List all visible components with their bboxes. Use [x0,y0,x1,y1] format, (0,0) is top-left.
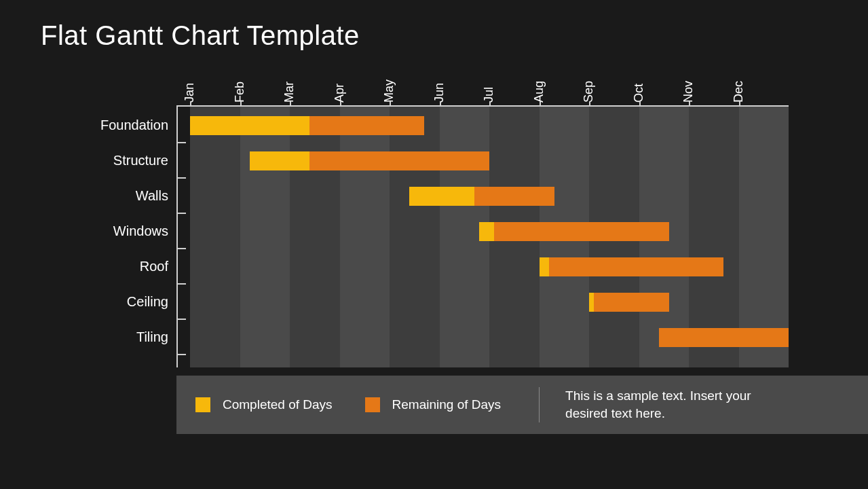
gantt-bar-completed [409,187,474,206]
gantt-bar [190,116,424,135]
gantt-chart: JanFebMarAprMayJunJulAugSepOctNovDec Fou… [95,58,808,434]
swatch-completed [195,397,210,412]
gantt-bar [250,151,489,170]
task-label: Tiling [136,329,168,345]
legend-divider [539,387,540,422]
task-label: Walls [136,188,168,204]
legend-label-completed: Completed of Days [223,397,333,412]
task-label: Ceiling [127,294,168,310]
axis-tick [540,101,541,107]
month-label: Feb [233,82,247,103]
gantt-bar-completed [540,257,550,276]
axis-tick [589,101,590,107]
axis-tick [190,101,191,107]
month-column [340,107,390,367]
month-label: Aug [532,81,546,103]
swatch-remaining [365,397,380,412]
gantt-bar-completed [589,293,594,312]
gantt-bar [409,187,554,206]
y-axis-rail [176,107,190,367]
row-tick [178,142,186,143]
legend-note: This is a sample text. Insert your desir… [565,387,789,422]
axis-tick [739,101,740,107]
month-label: Jul [482,87,496,103]
legend-item-completed: Completed of Days [195,397,333,412]
task-label: Structure [113,153,168,168]
row-tick [178,354,186,355]
chart-body: FoundationStructureWallsWindowsRoofCeili… [176,107,808,367]
month-label: Oct [632,84,646,103]
gantt-bar [589,293,669,312]
month-label: Apr [333,84,347,103]
gantt-bar [479,222,668,241]
month-column [190,107,240,367]
axis-tick [689,101,690,107]
row-tick [178,177,186,179]
month-column [290,107,340,367]
row-tick [178,283,186,285]
axis-tick [440,101,441,107]
plot-area [190,107,789,367]
axis-tick [340,101,341,107]
legend-item-remaining: Remaining of Days [365,397,502,412]
axis-tick [489,101,491,107]
task-label: Windows [113,223,168,239]
gantt-bar-completed [479,222,494,241]
month-label: Nov [681,81,696,103]
gantt-bar-completed [190,116,309,135]
row-tick [178,319,186,320]
axis-tick [639,101,641,107]
axis-tick [290,101,291,107]
month-label: Dec [732,81,746,103]
gantt-bar [659,328,789,347]
month-label: Jan [183,83,197,103]
task-label: Roof [140,259,168,274]
axis-tick [240,101,242,107]
month-label: Sep [582,81,596,103]
month-axis: JanFebMarAprMayJunJulAugSepOctNovDec [190,58,789,105]
gantt-bar-completed [250,151,309,170]
row-tick [178,248,186,249]
month-label: Mar [282,82,297,103]
slide: Flat Gantt Chart Template JanFebMarAprMa… [0,0,868,489]
legend-panel: Completed of Days Remaining of Days This… [176,376,868,434]
legend-label-remaining: Remaining of Days [392,397,502,412]
page-title: Flat Gantt Chart Template [41,20,841,51]
month-column [240,107,290,367]
row-tick [178,213,186,214]
month-column [390,107,440,367]
task-label: Foundation [100,117,168,133]
month-label: Jun [432,83,447,103]
axis-tick [390,101,391,107]
gantt-bar [540,257,724,276]
month-label: May [382,79,396,103]
